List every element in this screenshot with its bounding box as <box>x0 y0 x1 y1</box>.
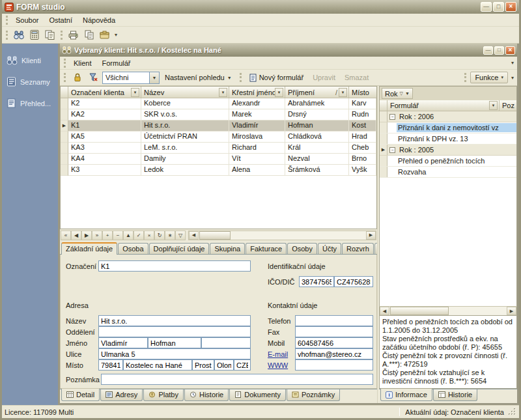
filter-clear-button[interactable] <box>86 71 101 85</box>
table-row-selected[interactable]: ▶ K1 Hit s.r.o. Vladimír Hofman Kost <box>61 120 376 132</box>
scroll-right-icon[interactable]: ▶ <box>366 231 376 240</box>
client-toolbar-grip-2[interactable] <box>240 73 242 82</box>
tab-osoby[interactable]: Osoby <box>287 243 317 254</box>
minimize-button[interactable]: — <box>481 2 492 12</box>
export-button[interactable] <box>97 28 112 42</box>
tab-fakturace[interactable]: Fakturace <box>246 243 287 254</box>
nav-refresh-button[interactable]: ↻ <box>154 231 165 240</box>
scrollbar-track[interactable] <box>449 307 507 315</box>
table-row[interactable]: K2 Koberce Alexandr Abrahámek Karv <box>61 98 376 109</box>
column-filter-icon[interactable]: ▼ <box>489 101 498 110</box>
tab-zakladni-udaje[interactable]: Základní údaje <box>61 242 117 255</box>
view-settings-button[interactable]: Nastavení pohledu ▼ <box>161 72 236 83</box>
client-menubar-grip[interactable] <box>64 59 66 68</box>
email-link-label[interactable]: E-mail <box>268 350 288 358</box>
titul-input[interactable] <box>201 337 251 348</box>
scrollbar-track[interactable] <box>231 231 366 240</box>
tab-detail[interactable]: Detail <box>61 389 100 401</box>
email-input[interactable] <box>295 348 373 359</box>
fax-input[interactable] <box>295 326 373 337</box>
column-filter-icon[interactable]: ▼ <box>339 88 347 97</box>
mobil-input[interactable] <box>295 337 373 348</box>
client-maximize-button[interactable]: □ <box>494 46 504 55</box>
nav-edit-button[interactable]: ▲ <box>123 231 134 240</box>
copy-button[interactable] <box>81 28 96 42</box>
www-link-label[interactable]: WWW <box>268 361 288 369</box>
menu-napoveda[interactable]: Nápověda <box>77 14 120 26</box>
tree-item[interactable]: Přiznání k DPH vz. 13 <box>380 133 516 145</box>
functions-toolbar-grip[interactable] <box>464 73 466 82</box>
tab-skupina[interactable]: Skupina <box>210 243 245 254</box>
tab-ucty[interactable]: Účty <box>318 243 341 254</box>
dic-input[interactable] <box>334 276 373 287</box>
print-button[interactable] <box>66 28 81 42</box>
tab-adresy[interactable]: Adresy <box>100 389 143 401</box>
menu-ostatni[interactable]: Ostatní <box>44 14 77 26</box>
scrollbar-thumb[interactable] <box>199 231 231 240</box>
table-row[interactable]: KA4 Damily Vít Nezval Brno <box>61 154 376 165</box>
tree-group-row[interactable]: − Rok : 2006 <box>380 111 516 122</box>
column-filter-icon[interactable]: ▼ <box>275 88 283 97</box>
grid-horizontal-scrollbar[interactable]: ◀ ▶ <box>188 231 376 240</box>
column-header-prijmeni[interactable]: Příjmení / ▼ <box>285 87 349 98</box>
collapse-icon[interactable]: − <box>389 114 395 120</box>
forms-button[interactable] <box>42 28 57 42</box>
nav-prev-button[interactable]: ◀ <box>71 231 81 240</box>
www-input[interactable] <box>295 359 373 371</box>
telefon-input[interactable] <box>295 315 373 326</box>
toolbar-grip[interactable] <box>6 31 8 40</box>
tab-informace[interactable]: i Informace <box>380 389 432 401</box>
client-filter-select[interactable]: Všichni ▼ <box>102 72 160 84</box>
new-form-button[interactable]: Nový formulář <box>246 72 307 83</box>
menubar-grip[interactable] <box>6 16 8 25</box>
nav-next-button[interactable]: ▶ <box>81 231 92 240</box>
jmeno-input[interactable] <box>98 337 148 348</box>
nav-first-button[interactable]: « <box>61 231 71 240</box>
oddeleni-input[interactable] <box>98 326 251 337</box>
tab-poznamky[interactable]: Poznámky <box>287 389 340 401</box>
ulice-input[interactable] <box>98 348 251 359</box>
column-filter-icon[interactable]: ▼ <box>219 88 227 97</box>
scroll-left-icon[interactable]: ◀ <box>380 307 389 315</box>
sidebar-item-klienti[interactable]: Klienti <box>2 50 58 71</box>
column-header-poznamka[interactable]: Poz <box>500 100 516 111</box>
table-row[interactable]: KA3 LeM. s.r.o. Richard Král Cheb <box>61 143 376 154</box>
table-row[interactable]: KA2 SKR v.o.s. Marek Drsný Rudn <box>61 109 376 120</box>
tree-group-row[interactable]: ▶ − Rok : 2005 <box>380 145 516 156</box>
ico-input[interactable] <box>299 276 334 287</box>
toolbar-overflow-icon[interactable]: ▾ <box>113 32 119 38</box>
table-row[interactable]: KA5 Účetnictví PRAN Miroslava Chládková … <box>61 132 376 143</box>
table-row[interactable]: K3 Ledok Alena Šrámková Vyšk <box>61 165 376 176</box>
group-by-rok-chip[interactable]: Rok ▽ ▼ <box>382 88 413 99</box>
column-header-misto[interactable]: Místo <box>349 87 376 98</box>
client-close-button[interactable]: × <box>505 46 515 55</box>
delete-button[interactable]: Smazat <box>341 72 373 83</box>
column-header-formular[interactable]: Formulář ▼ <box>387 100 500 111</box>
tab-historie[interactable]: Historie <box>184 389 229 401</box>
scrollbar-thumb[interactable] <box>390 307 449 315</box>
column-header-krestni-jmeno[interactable]: Křestní jméno ▼ <box>229 87 285 98</box>
client-toolbar-grip[interactable] <box>64 73 66 82</box>
kraj-input[interactable] <box>214 359 234 371</box>
tab-osoba[interactable]: Osoba <box>118 243 148 254</box>
nazev-input[interactable] <box>98 315 251 326</box>
scroll-left-icon[interactable]: ◀ <box>189 231 199 240</box>
forms-horizontal-scrollbar[interactable]: ◀ ▶ <box>379 306 517 316</box>
sidebar-item-prehled[interactable]: Přehled... <box>2 92 58 114</box>
client-toolbar-overflow-icon[interactable]: ▾ <box>509 75 516 81</box>
tab-doplnujici-udaje[interactable]: Doplňující údaje <box>149 243 210 254</box>
misto-input[interactable] <box>123 359 192 371</box>
lock-button[interactable] <box>70 71 85 85</box>
zeme-input[interactable] <box>234 359 251 371</box>
psc-input[interactable] <box>98 359 123 371</box>
client-minimize-button[interactable]: — <box>483 46 493 55</box>
nav-filter-button[interactable]: ▽ <box>175 231 186 240</box>
menu-soubor[interactable]: Soubor <box>10 14 44 26</box>
tab-dokumenty[interactable]: Dokumenty <box>229 389 286 401</box>
collapse-icon[interactable]: − <box>389 147 395 153</box>
menu-klient[interactable]: Klient <box>68 57 97 69</box>
oznaceni-input[interactable] <box>98 260 251 272</box>
poznamka-input[interactable] <box>101 374 373 385</box>
close-button[interactable]: × <box>505 2 516 12</box>
okres-input[interactable] <box>192 359 214 371</box>
